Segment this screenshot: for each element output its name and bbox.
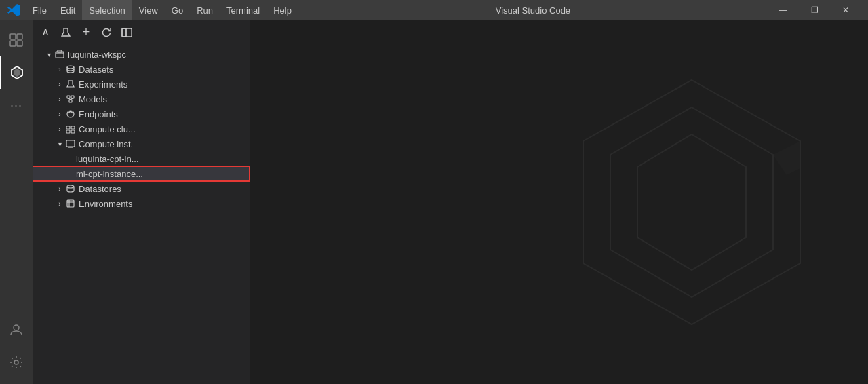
svg-rect-23 xyxy=(71,126,75,129)
menu-view[interactable]: View xyxy=(132,0,165,20)
activity-account[interactable] xyxy=(0,313,33,346)
datastores-label: Datastores xyxy=(79,184,121,194)
chevron-right-icon: › xyxy=(54,183,65,194)
endpoints-label: Endpoints xyxy=(79,109,118,119)
models-label: Models xyxy=(79,94,107,104)
hexagon-decoration xyxy=(556,66,827,338)
luquinta-instance-label: luquinta-cpt-in... xyxy=(76,154,139,164)
titlebar: File Edit Selection View Go Run Terminal… xyxy=(0,0,868,20)
svg-rect-16 xyxy=(67,96,70,98)
close-button[interactable]: ✕ xyxy=(830,0,861,20)
sidebar: A + xyxy=(33,20,250,384)
compute-instance-icon xyxy=(65,138,76,149)
menu-edit[interactable]: Edit xyxy=(54,0,82,20)
chevron-right-icon: › xyxy=(54,79,65,90)
chevron-right-icon: › xyxy=(54,198,65,209)
svg-point-7 xyxy=(14,360,18,364)
svg-rect-1 xyxy=(17,34,22,39)
svg-marker-35 xyxy=(637,134,746,270)
tree-item-datastores[interactable]: › Datastores xyxy=(33,181,250,196)
svg-rect-24 xyxy=(66,130,70,133)
toolbar-flask-icon[interactable] xyxy=(58,25,73,40)
tree-item-workspace[interactable]: ▾ luquinta-wkspc xyxy=(33,47,250,62)
tree-item-endpoints[interactable]: › Endpoints xyxy=(33,107,250,121)
compute-cluster-icon xyxy=(65,123,76,134)
ml-instance-label: ml-cpt-instance... xyxy=(76,169,143,179)
experiments-label: Experiments xyxy=(79,79,127,90)
endpoints-icon xyxy=(65,109,76,119)
menu-bar: File Edit Selection View Go Run Terminal… xyxy=(26,0,298,20)
tree-item-luquinta-instance[interactable]: luquinta-cpt-in... xyxy=(33,151,250,166)
svg-marker-5 xyxy=(14,69,20,77)
tree-item-models[interactable]: › Models xyxy=(33,92,250,107)
datasets-label: Datasets xyxy=(79,64,113,75)
svg-rect-2 xyxy=(10,41,16,46)
svg-rect-25 xyxy=(71,130,75,133)
workspace-label: luquinta-wkspc xyxy=(68,50,126,60)
window-controls: — ❐ ✕ xyxy=(768,0,861,20)
svg-marker-34 xyxy=(610,107,773,297)
svg-marker-36 xyxy=(773,141,800,175)
main-content: ··· A xyxy=(0,20,868,384)
compute-clusters-label: Compute clu... xyxy=(79,124,136,134)
activity-more[interactable]: ··· xyxy=(0,89,33,121)
svg-rect-18 xyxy=(69,100,72,102)
activity-azureml[interactable] xyxy=(0,56,33,89)
sidebar-toolbar: A + xyxy=(33,20,250,44)
toolbar-a-icon[interactable]: A xyxy=(38,25,53,40)
chevron-down-icon: ▾ xyxy=(43,49,54,60)
tree-item-environments[interactable]: › Environments xyxy=(33,196,250,211)
vscode-logo xyxy=(7,3,20,17)
activity-bottom xyxy=(0,313,33,384)
svg-rect-17 xyxy=(71,96,74,98)
datastores-icon xyxy=(65,183,76,194)
activity-explorer[interactable] xyxy=(0,24,33,56)
titlebar-title: Visual Studio Code xyxy=(496,5,570,16)
chevron-right-icon: › xyxy=(54,109,65,119)
menu-run[interactable]: Run xyxy=(190,0,220,20)
spacer xyxy=(65,168,76,179)
minimize-button[interactable]: — xyxy=(768,0,799,20)
tree-item-datasets[interactable]: › Datasets xyxy=(33,62,250,77)
compute-instances-label: Compute inst. xyxy=(79,139,133,149)
svg-rect-3 xyxy=(17,41,22,46)
toolbar-refresh-icon[interactable] xyxy=(99,25,114,40)
chevron-right-icon: › xyxy=(54,123,65,134)
tree-view: ▾ luquinta-wkspc › xyxy=(33,44,250,384)
svg-rect-30 xyxy=(67,200,74,207)
menu-go[interactable]: Go xyxy=(165,0,190,20)
tree-item-compute-clusters[interactable]: › Compute clu... xyxy=(33,121,250,136)
svg-rect-26 xyxy=(66,140,75,147)
svg-rect-22 xyxy=(66,126,70,129)
tree-item-experiments[interactable]: › Experiments xyxy=(33,77,250,92)
menu-terminal[interactable]: Terminal xyxy=(220,0,267,20)
menu-file[interactable]: File xyxy=(26,0,54,20)
svg-point-29 xyxy=(67,185,74,188)
svg-line-19 xyxy=(68,98,71,100)
menu-help[interactable]: Help xyxy=(267,0,298,20)
environments-label: Environments xyxy=(79,199,132,209)
tree-item-ml-instance[interactable]: ml-cpt-instance... xyxy=(33,166,250,181)
datasets-icon xyxy=(65,64,76,75)
svg-point-6 xyxy=(14,325,19,330)
toolbar-add-icon[interactable]: + xyxy=(79,25,94,40)
toolbar-split-icon[interactable] xyxy=(119,25,134,40)
svg-marker-33 xyxy=(583,80,800,324)
activity-bar: ··· xyxy=(0,20,33,384)
svg-rect-9 xyxy=(122,28,132,37)
activity-settings[interactable] xyxy=(0,346,33,379)
chevron-down-icon: ▾ xyxy=(54,138,65,149)
svg-rect-0 xyxy=(10,34,16,39)
svg-point-14 xyxy=(67,66,74,69)
tree-item-compute-instances[interactable]: ▾ Compute inst. xyxy=(33,136,250,151)
chevron-right-icon: › xyxy=(54,64,65,75)
spacer xyxy=(65,153,76,164)
svg-rect-10 xyxy=(122,28,126,37)
maximize-button[interactable]: ❐ xyxy=(799,0,830,20)
experiments-icon xyxy=(65,79,76,90)
titlebar-left: File Edit Selection View Go Run Terminal… xyxy=(7,0,298,20)
menu-selection[interactable]: Selection xyxy=(82,0,132,20)
chevron-right-icon: › xyxy=(54,94,65,104)
editor-area xyxy=(250,20,868,384)
svg-line-20 xyxy=(71,98,73,100)
